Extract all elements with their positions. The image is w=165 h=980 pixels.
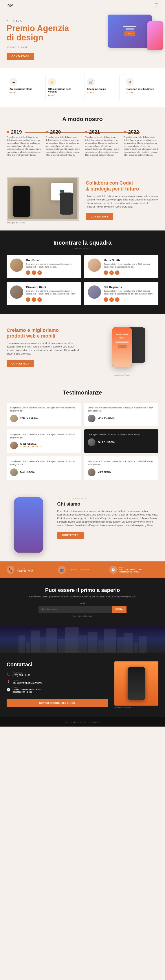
testimonial-name-paulo: PAULO HUDSON: [98, 441, 115, 444]
newsletter-img-label: Immagine da Freepik: [6, 615, 159, 617]
testimonial-link-olga[interactable]: CONTATTI HUDSON: [20, 445, 42, 448]
social-twitter-giovanni[interactable]: t: [32, 298, 36, 302]
team-info-nat: Nat Reynolds Quia amet id et libero mole…: [104, 285, 155, 302]
testimonial-author-mike: MIKE PERRY: [88, 468, 155, 476]
logo: logo: [6, 3, 13, 7]
products-img-label: Immagine da Freepik: [114, 374, 130, 376]
testimonial-author-nick: NICK JOHNSON: [88, 415, 155, 422]
footer-phone-label: Telefono: [13, 672, 30, 674]
team-name-giovanni: Giovanni Ricci: [26, 285, 77, 289]
newsletter-submit-button[interactable]: INVIA: [112, 606, 127, 613]
footer-phone-icon: 📞: [6, 673, 10, 676]
timeline-dot-2021: [85, 131, 87, 134]
collab-image: 💻: [6, 177, 79, 221]
service-link-speed[interactable]: DI PIÙ: [48, 94, 78, 97]
copyright-text: © Copyright 2023 - Tutti i diritti riser…: [65, 721, 99, 724]
social-linkedin-maria[interactable]: in: [115, 270, 119, 275]
avatar-nick: [88, 415, 96, 422]
avatar-nat: [88, 285, 101, 299]
social-linkedin-giovanni[interactable]: in: [38, 298, 42, 302]
footer-contact-title: Contattaci: [6, 662, 108, 668]
service-card-web: </> Progettazione di siti web DI PIÙ: [123, 74, 159, 100]
timeline: 2019 Phasellus porta della della gestion…: [6, 129, 159, 157]
newsletter-email-input[interactable]: [39, 606, 112, 613]
testimonial-text-stella: Sample text. Click to select the text bo…: [10, 406, 77, 413]
timeline-year-2019: 2019: [6, 129, 41, 135]
collab-body: Phasellus porta della della gestione del…: [86, 194, 159, 208]
products-title: Creiamo e miglioriamo prodotti web e mob…: [6, 328, 79, 339]
social-facebook-maria[interactable]: f: [104, 270, 108, 275]
service-link-cloud[interactable]: DI PIÙ: [9, 92, 39, 94]
avatar-tami: [10, 468, 18, 476]
about-label: Titolo di esempio: [57, 497, 159, 500]
products-text: Creiamo e miglioriamo prodotti web e mob…: [6, 328, 79, 367]
collab-cta-button[interactable]: CONTATTACI: [86, 213, 113, 220]
timeline-year-2022: 2022: [124, 129, 159, 135]
team-name-nat: Nat Reynolds: [104, 285, 155, 289]
social-twitter-nat[interactable]: t: [109, 298, 114, 302]
avatar-maria: [88, 259, 101, 272]
team-desc-maria: Quia amet id et libero molestiae aria c.…: [104, 263, 155, 269]
team-name-bob: Bob Brown: [26, 259, 77, 262]
about-phone-mockup: [14, 497, 43, 553]
testimonial-name-tami: TAMI HUDSON: [20, 471, 35, 474]
products-cta-button[interactable]: CONTATTACI: [6, 360, 34, 367]
testimonial-author-olga: OLGA IVANOVA CONTATTI HUDSON: [10, 442, 77, 449]
social-twitter-maria[interactable]: t: [109, 270, 114, 275]
avatar-bob: [10, 259, 23, 272]
timeline-dot-2019: [6, 131, 9, 134]
timeline-title: A modo nostro: [6, 116, 159, 123]
team-socials-nat: f t in: [104, 298, 155, 302]
about-cta-button[interactable]: CONTATTACI: [57, 531, 84, 539]
testimonial-name-nick: NICK JOHNSON: [98, 417, 115, 420]
social-twitter-bob[interactable]: t: [32, 270, 36, 275]
newsletter-email-label: Email: [6, 602, 159, 605]
team-info-giovanni: Giovanni Ricci Quia amet id et libero mo…: [26, 285, 77, 302]
people-icon: 👥: [58, 566, 66, 574]
testimonials-title: Testimonianze: [6, 389, 159, 396]
about-title: Chi siamo: [57, 501, 159, 507]
collab-img-label: Immagine da Freepik: [6, 222, 79, 224]
social-facebook-giovanni[interactable]: f: [26, 298, 30, 302]
collab-image-wrapper: 💻 Immagine da Freepik: [6, 177, 79, 224]
footer-hours-row: 🕐 Orari Lunedì - Venerdì: 09:00 - 17:00 …: [6, 687, 108, 693]
service-title-shop: Shopping online: [87, 88, 117, 90]
footer-contact-left: Contattaci 📞 Telefono (203) 555 - 0147 📍…: [6, 662, 108, 708]
timeline-item-2020: 2020 Phasellus porta della della gestion…: [46, 129, 80, 157]
footer-address-icon: 📍: [6, 680, 10, 683]
timeline-year-2020: 2020: [46, 129, 80, 135]
speed-icon: ⚡: [48, 78, 56, 86]
social-linkedin-bob[interactable]: in: [38, 270, 42, 275]
service-link-web[interactable]: DI PIÙ: [126, 92, 156, 94]
hero-cta-button[interactable]: CONTATTACI: [6, 53, 34, 60]
footer-hours-icon: 🕐: [6, 688, 10, 692]
about-phone-wrapper: [6, 497, 50, 553]
testimonial-name-stella: STELLA LARSON: [20, 417, 39, 420]
hamburger-menu[interactable]: ☰: [155, 3, 159, 8]
social-linkedin-nat[interactable]: in: [115, 298, 119, 302]
clock-icon: 🕐: [109, 566, 117, 574]
testimonial-card-paulo: Click again or double click to start edi…: [84, 430, 159, 453]
timeline-dot-2020: [46, 131, 49, 134]
social-facebook-nat[interactable]: f: [104, 298, 108, 302]
consulta-button[interactable]: CONSULTAZIONE DEL LIBRO: [6, 699, 108, 707]
contact-strip: 📞 CALL US (650) 555 - 4567 👥 0+ (24HM+ P…: [0, 562, 165, 578]
shop-icon: 🛒: [87, 78, 95, 86]
testimonials-grid: Sample text. Click to select the text bo…: [6, 402, 159, 480]
testimonial-name-olga: OLGA IVANOVA: [20, 443, 42, 445]
testimonial-text-paulo: Click again or double click to start edi…: [88, 433, 155, 436]
bottom-bar: © Copyright 2023 - Tutti i diritti riser…: [0, 717, 165, 727]
social-facebook-bob[interactable]: f: [26, 270, 30, 275]
team-info-maria: Maria Smith Quia amet id et libero moles…: [104, 259, 155, 275]
testimonial-text-olga: Sample text. Click to select the text bo…: [10, 433, 77, 439]
about-text: Titolo di esempio Chi siamo L'articolo A…: [57, 497, 159, 539]
about-section: Titolo di esempio Chi siamo L'articolo A…: [0, 488, 165, 562]
testimonial-text-tami: Sample text. Click to select the text bo…: [10, 460, 77, 466]
team-card-bob: Bob Brown Quia amet id et libero molesti…: [6, 255, 81, 278]
contact-value-hours: Lun - Ven: 09:00 - 17:00 Sabato: 10:00 -…: [119, 568, 141, 573]
testimonial-text-nick: Sample text. Click to select the text bo…: [88, 406, 155, 413]
service-link-shop[interactable]: DI PIÙ: [87, 92, 117, 94]
timeline-text-2022: Phasellus porta della della gestione del…: [124, 136, 159, 157]
contact-item-hours: 🕐 ORE Lun - Ven: 09:00 - 17:00 Sabato: 1…: [109, 566, 159, 574]
collab-section: 💻 Immagine da Freepik Collabora con Coda…: [0, 170, 165, 231]
